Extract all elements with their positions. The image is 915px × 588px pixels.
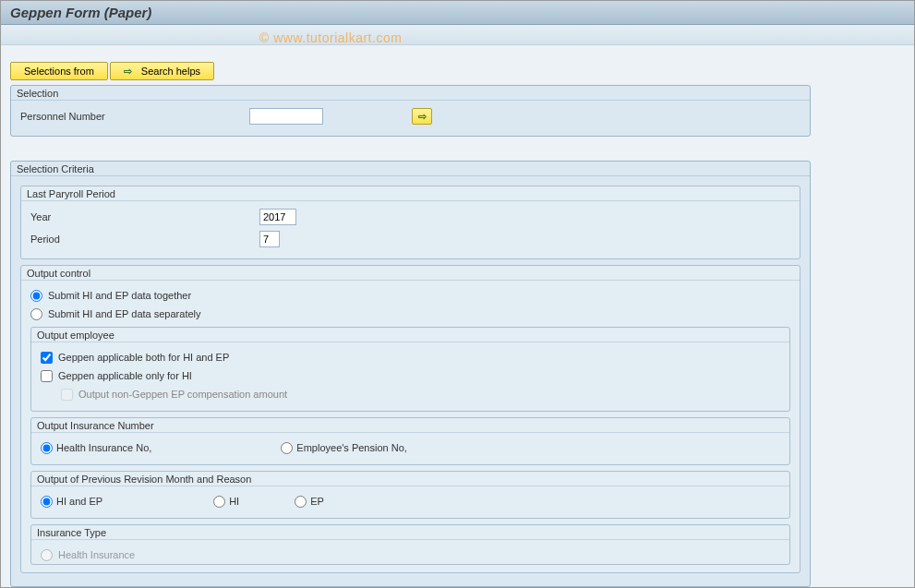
- prev-hi-ep-label: HI and EP: [56, 496, 102, 507]
- selection-group: Selection Personnel Number ⇨: [10, 85, 811, 137]
- non-geppen-ep-checkbox: [61, 389, 73, 401]
- output-prev-revision-group: Output of Previous Revision Month and Re…: [30, 471, 790, 519]
- prev-hi-label: HI: [229, 496, 239, 507]
- submit-separately-label: Submit HI and EP data separately: [48, 308, 201, 319]
- personnel-number-label: Personnel Number: [20, 111, 242, 122]
- window-title: Geppen Form (Paper): [10, 5, 151, 20]
- emp-pension-no-radio[interactable]: [281, 442, 293, 454]
- submit-together-radio[interactable]: [30, 290, 42, 302]
- geppen-both-label: Geppen applicable both for HI and EP: [58, 352, 229, 363]
- prev-hi-ep-radio[interactable]: [41, 496, 53, 508]
- health-insurance-label: Health Insurance: [58, 549, 135, 560]
- insurance-type-group: Insurance Type Health Insurance: [30, 524, 790, 565]
- arrow-right-icon: ⇨: [418, 111, 427, 123]
- insurance-type-title: Insurance Type: [31, 525, 789, 540]
- selection-group-title: Selection: [11, 86, 810, 101]
- period-label: Period: [30, 234, 252, 245]
- output-control-title: Output control: [21, 266, 800, 281]
- output-control-group: Output control Submit HI and EP data tog…: [20, 265, 801, 573]
- arrow-right-icon: ⇨: [124, 63, 132, 79]
- emp-pension-no-label: Employee's Pension No,: [296, 442, 407, 453]
- submit-together-label: Submit HI and EP data together: [48, 290, 191, 301]
- selection-criteria-group: Selection Criteria Last Paryroll Period …: [10, 161, 811, 587]
- output-employee-group: Output employee Geppen applicable both f…: [30, 327, 790, 412]
- multiselect-button[interactable]: ⇨: [412, 108, 432, 125]
- year-label: Year: [30, 211, 252, 222]
- last-payroll-group: Last Paryroll Period Year Period: [20, 186, 801, 259]
- last-payroll-title: Last Paryroll Period: [21, 186, 800, 201]
- selection-criteria-title: Selection Criteria: [11, 162, 810, 176]
- app-subbar: [1, 25, 914, 45]
- year-input[interactable]: [259, 209, 296, 225]
- prev-hi-radio[interactable]: [213, 496, 225, 508]
- geppen-hi-only-label: Geppen applicable only for HI: [58, 370, 192, 381]
- selections-from-label: Selections from: [24, 63, 94, 79]
- search-helps-label: Search helps: [141, 63, 200, 79]
- health-insurance-radio[interactable]: [41, 549, 53, 561]
- personnel-number-input[interactable]: [249, 108, 323, 125]
- geppen-hi-only-checkbox[interactable]: [41, 370, 53, 382]
- output-prev-revision-title: Output of Previous Revision Month and Re…: [31, 472, 789, 486]
- health-ins-no-label: Health Insurance No,: [56, 442, 151, 453]
- output-insurance-number-title: Output Insurance Number: [31, 418, 789, 433]
- prev-ep-radio[interactable]: [295, 496, 307, 508]
- toolbar: Selections from ⇨ Search helps: [10, 62, 905, 80]
- selections-from-button[interactable]: Selections from: [10, 62, 108, 80]
- search-helps-button[interactable]: ⇨ Search helps: [110, 62, 214, 80]
- output-insurance-number-group: Output Insurance Number Health Insurance…: [30, 417, 790, 465]
- health-ins-no-radio[interactable]: [41, 442, 53, 454]
- window-titlebar: Geppen Form (Paper): [1, 1, 914, 25]
- submit-separately-radio[interactable]: [30, 308, 42, 320]
- non-geppen-ep-label: Output non-Geppen EP compensation amount: [78, 389, 287, 400]
- geppen-both-checkbox[interactable]: [41, 352, 53, 364]
- output-employee-title: Output employee: [31, 328, 789, 342]
- prev-ep-label: EP: [310, 496, 324, 507]
- period-input[interactable]: [259, 231, 280, 247]
